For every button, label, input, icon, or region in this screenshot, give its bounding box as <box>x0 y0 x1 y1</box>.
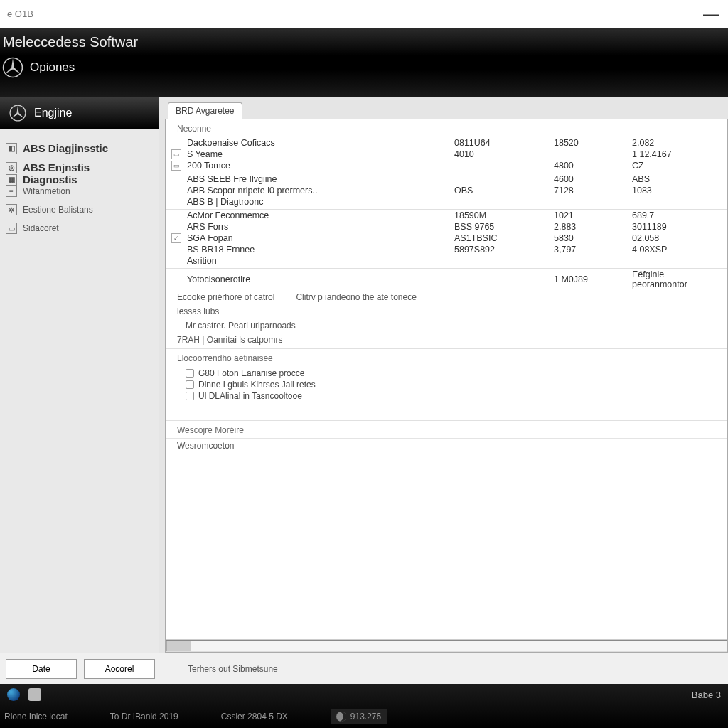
row-name: ABB Scopor nripete l0 prermers.. <box>187 186 454 196</box>
row-val: 3,797 <box>554 245 632 255</box>
row-val: BSS 9765 <box>454 222 554 232</box>
note-row: Wesromcoeton <box>166 439 727 453</box>
gear-icon: ✲ <box>6 204 17 215</box>
sidebar-item-abs-diag[interactable]: ◧ ABS Diagjinsstic <box>6 142 153 154</box>
row-val: 2,082 <box>632 138 717 148</box>
module-icon: ◧ <box>6 143 17 154</box>
footer-info-1: Rione Inice locat <box>4 712 68 722</box>
row-val: 2,883 <box>554 222 632 232</box>
globe-icon[interactable] <box>7 688 20 701</box>
accept-button[interactable]: Aocorel <box>84 659 155 679</box>
row-name: Yotocisonerotire <box>187 274 454 284</box>
moon-icon <box>336 712 346 722</box>
row-val: 1021 <box>554 210 632 220</box>
table-row[interactable]: ABS B | Diagtroonc <box>166 196 727 208</box>
sidebar-item-label: Wifanmetion <box>23 186 70 196</box>
row-name: ABS SEEB Fre Ilvgiine <box>187 174 454 184</box>
row-val: OBS <box>454 186 554 196</box>
row-name: ABS B | Diagtroonc <box>187 197 454 207</box>
footer-right-label: Babe 3 <box>692 690 721 700</box>
group-header: Neconne <box>166 119 727 137</box>
row-name: S Yeame <box>187 149 454 159</box>
sidebar-item-abs-enj[interactable]: ◎ ABS Enjnstis <box>6 161 153 173</box>
app-title: Meleccedess Softwar <box>0 34 728 50</box>
row-val: 4 08XSP <box>632 245 717 255</box>
footer-bar: Babe 3 Rione Inice locat To Dr IBanid 20… <box>0 684 728 728</box>
table-row[interactable]: Dackoenaise Coficacs 0811U64 18520 2,082 <box>166 137 727 149</box>
window-titlebar: e O1B — <box>0 0 728 28</box>
row-val: 3011189 <box>632 222 717 232</box>
sidebar-item-label: Diagnostis <box>23 173 77 186</box>
note-row: lessas lubs <box>166 304 727 318</box>
row-val: 18520 <box>554 138 632 148</box>
sidebar: Engjine ◧ ABS Diagjinsstic ◎ ABS Enjnsti… <box>0 97 159 653</box>
table-row[interactable]: ▭ S Yeame 4010 1 12.4167 <box>166 149 727 160</box>
row-val: 02.058 <box>632 233 717 243</box>
row-name: 200 Tomce <box>187 161 454 171</box>
doc-icon: ▭ <box>171 161 181 171</box>
row-val: 5830 <box>554 233 632 243</box>
module-icon: ◎ <box>6 162 17 173</box>
list-item[interactable]: Ul DLAlinal in Tasncooltooe <box>186 390 727 402</box>
doc-icon: ▭ <box>171 149 181 159</box>
main-area: Engjine ◧ ABS Diagjinsstic ◎ ABS Enjnsti… <box>0 97 728 653</box>
note-row: Ecooke priérhore of catrol Clitrv p iand… <box>166 290 727 304</box>
row-name: Dackoenaise Coficacs <box>187 138 454 148</box>
sub-list: G80 Foton Eariariise procce Dinne Lgbuis… <box>166 366 727 403</box>
tab-bar: BRD Avgaretee <box>165 102 728 119</box>
brand-star-icon <box>9 104 27 122</box>
note-row: 7RAH | Oanritai ls catpomrs <box>166 333 727 347</box>
row-name: ARS Forrs <box>187 222 454 232</box>
table-row[interactable]: Asrition <box>166 255 727 267</box>
row-name: Asrition <box>187 256 454 266</box>
sidebar-item-sidacoret[interactable]: ▭ Sidacoret <box>6 223 153 234</box>
group-header: Wescojre Moréire <box>166 421 727 439</box>
sidebar-item-label: ABS Diagjinsstic <box>23 142 108 154</box>
footer-pill: 913.275 <box>331 709 387 724</box>
scroll-thumb[interactable] <box>166 641 191 651</box>
row-val: 1 M0J89 <box>554 274 632 284</box>
list-item[interactable]: Dinne Lgbuis Kihrses Jall retes <box>186 379 727 390</box>
table-row[interactable]: ARS Forrs BSS 9765 2,883 3011189 <box>166 221 727 232</box>
table-row[interactable]: Yotocisonerotire 1 M0J89 Eéfginie peoran… <box>166 269 727 290</box>
content-area: BRD Avgaretee Neconne Dackoenaise Cofica… <box>159 97 728 653</box>
tab-brd[interactable]: BRD Avgaretee <box>168 102 242 119</box>
note-row: Mr castrer. Pearl uriparnoads <box>166 318 727 333</box>
tool-icon[interactable] <box>28 688 41 701</box>
row-val: 4800 <box>554 161 632 171</box>
row-val: AS1TBSIC <box>454 233 554 243</box>
window-title-fragment: e O1B <box>7 9 33 19</box>
row-val: 4600 <box>554 174 632 184</box>
row-val: ABS <box>632 174 717 184</box>
date-button[interactable]: Date <box>6 659 77 679</box>
sidebar-active-label: Engjine <box>34 107 72 119</box>
row-val: 7128 <box>554 186 632 196</box>
sidebar-item-eestione[interactable]: ✲ Eestione Balistans <box>6 204 153 215</box>
menu-options[interactable]: Opiones <box>30 60 75 75</box>
table-row[interactable]: ABB Scopor nripete l0 prermers.. OBS 712… <box>166 185 727 196</box>
list-item[interactable]: G80 Foton Eariariise procce <box>186 368 727 379</box>
table-row[interactable]: ✓ SGA Fopan AS1TBSIC 5830 02.058 <box>166 232 727 244</box>
row-val: 1083 <box>632 186 717 196</box>
table-row[interactable]: ▭ 200 Tomce 4800 CZ <box>166 160 727 171</box>
brand-star-icon <box>1 56 24 79</box>
sidebar-item-wifa[interactable]: ≡ Wifanmetion <box>6 186 153 197</box>
row-val: Eéfginie peoranmontor <box>632 269 717 289</box>
sidebar-item-diagnostis[interactable]: ▦ Diagnostis <box>6 173 153 186</box>
row-val: 5897S892 <box>454 245 554 255</box>
table-row[interactable]: BS BR18 Ernnee 5897S892 3,797 4 08XSP <box>166 244 727 255</box>
sidebar-item-engine[interactable]: Engjine <box>0 97 159 129</box>
row-val: 689.7 <box>632 210 717 220</box>
app-header: Meleccedess Softwar Opiones <box>0 28 728 97</box>
table-row[interactable]: AcMor Feconmemce 18590M 1021 689.7 <box>166 210 727 221</box>
window-min-icon[interactable]: — <box>703 5 721 23</box>
main-panel: Neconne Dackoenaise Coficacs 0811U64 185… <box>165 119 728 653</box>
horizontal-scrollbar[interactable] <box>166 639 727 652</box>
footer-info-2: To Dr IBanid 2019 <box>110 712 178 722</box>
check-icon: ✓ <box>171 233 181 243</box>
bullet-icon <box>186 392 194 400</box>
grid-icon: ▦ <box>6 174 17 186</box>
action-bar: Date Aocorel Terhers out Sibmetsune <box>0 653 728 684</box>
table-row[interactable]: ABS SEEB Fre Ilvgiine 4600 ABS <box>166 173 727 185</box>
row-name: BS BR18 Ernnee <box>187 245 454 255</box>
